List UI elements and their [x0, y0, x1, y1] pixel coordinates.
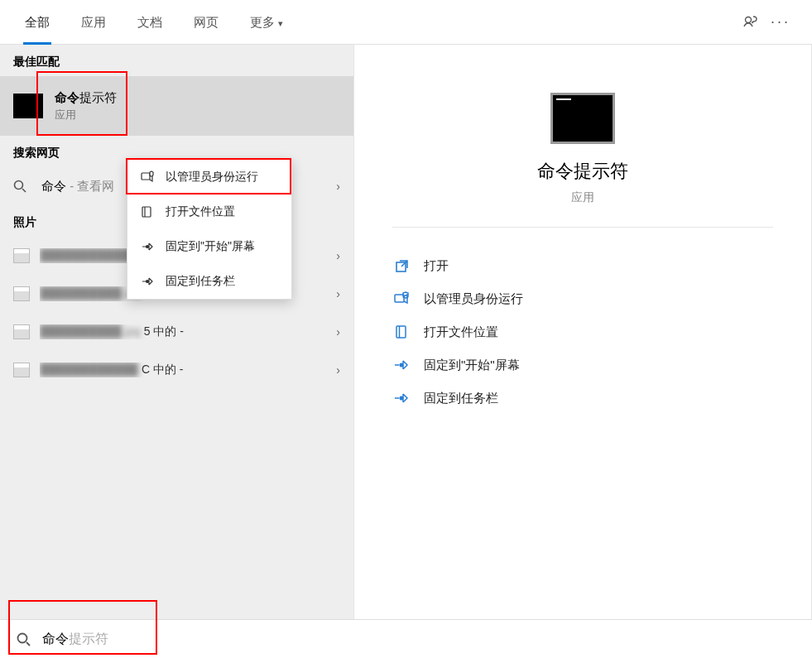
photo-result-text: ██████████.jpg 5 中的 -	[40, 324, 329, 339]
chevron-down-icon: ▾	[278, 18, 283, 28]
tab-apps[interactable]: 应用	[73, 0, 114, 45]
context-menu: 以管理员身份运行 打开文件位置 固定到"开始"屏幕 固定到任务栏	[127, 159, 292, 300]
pin-icon	[392, 391, 411, 405]
pin-icon	[139, 275, 156, 288]
best-match-row[interactable]: 命令提示符 应用	[0, 76, 353, 136]
app-type: 应用	[392, 190, 773, 228]
open-icon	[392, 259, 411, 273]
svg-point-11	[400, 396, 403, 400]
action-open-file-location[interactable]: 打开文件位置	[392, 315, 773, 348]
tab-web[interactable]: 网页	[185, 0, 227, 45]
pin-icon	[139, 240, 156, 253]
search-icon	[13, 180, 30, 193]
svg-rect-3	[142, 173, 150, 180]
action-open[interactable]: 打开	[392, 249, 773, 282]
shield-icon	[392, 291, 411, 306]
results-panel: 最佳匹配 命令提示符 应用 搜索网页 命令 - 查看网 › 照片 █	[0, 45, 354, 619]
tab-docs[interactable]: 文档	[129, 0, 171, 45]
chevron-right-icon: ›	[336, 363, 340, 377]
search-typed-text: 命令	[42, 631, 69, 648]
search-icon	[17, 632, 31, 646]
svg-point-10	[400, 363, 403, 367]
photo-thumb-icon	[13, 286, 30, 301]
svg-point-5	[147, 246, 149, 248]
svg-rect-4	[142, 207, 151, 217]
best-match-title: 命令提示符	[55, 90, 117, 106]
cmd-icon	[13, 94, 43, 118]
photo-result-text: ████████████ C 中的 -	[40, 363, 329, 377]
action-run-as-admin[interactable]: 以管理员身份运行	[392, 282, 773, 315]
filter-tabs: 全部 应用 文档 网页 更多▾ ···	[0, 0, 812, 45]
ctx-open-file-location[interactable]: 打开文件位置	[127, 195, 291, 229]
chevron-right-icon: ›	[336, 249, 340, 262]
search-completion-text: 提示符	[69, 631, 108, 648]
svg-line-13	[26, 642, 30, 646]
ctx-pin-taskbar[interactable]: 固定到任务栏	[127, 264, 291, 299]
folder-icon	[392, 324, 411, 339]
tab-all[interactable]: 全部	[17, 0, 58, 45]
chevron-right-icon: ›	[336, 287, 340, 300]
feedback-icon[interactable]	[736, 7, 766, 37]
svg-point-6	[147, 281, 149, 283]
photo-thumb-icon	[13, 248, 30, 263]
photo-thumb-icon	[13, 324, 30, 339]
tab-more[interactable]: 更多▾	[242, 0, 291, 45]
photo-result-row[interactable]: ██████████.jpg 5 中的 - ›	[0, 313, 353, 351]
action-pin-start[interactable]: 固定到"开始"屏幕	[392, 348, 773, 382]
photo-thumb-icon	[13, 363, 30, 377]
more-options-icon[interactable]: ···	[766, 7, 795, 37]
svg-point-1	[15, 181, 23, 190]
folder-icon	[139, 205, 156, 219]
shield-icon	[139, 171, 156, 184]
photo-result-row[interactable]: ████████████ C 中的 - ›	[0, 351, 353, 389]
ctx-pin-start[interactable]: 固定到"开始"屏幕	[127, 229, 291, 264]
search-input[interactable]: 命令提示符	[0, 619, 812, 658]
app-large-icon	[550, 93, 615, 144]
section-best-match: 最佳匹配	[0, 45, 353, 76]
app-title: 命令提示符	[392, 159, 773, 184]
detail-panel: 命令提示符 应用 打开 以管理员身份运行 打开文件位置	[354, 45, 812, 619]
svg-point-0	[746, 17, 752, 22]
action-pin-taskbar[interactable]: 固定到任务栏	[392, 382, 773, 415]
svg-line-2	[22, 189, 26, 192]
chevron-right-icon: ›	[336, 180, 340, 193]
chevron-right-icon: ›	[336, 325, 340, 339]
svg-rect-9	[396, 326, 406, 338]
svg-point-12	[18, 633, 27, 642]
web-search-text: 命令 - 查看网	[41, 179, 114, 195]
pin-icon	[392, 358, 411, 372]
best-match-subtitle: 应用	[55, 108, 117, 122]
ctx-run-as-admin[interactable]: 以管理员身份运行	[127, 160, 291, 195]
